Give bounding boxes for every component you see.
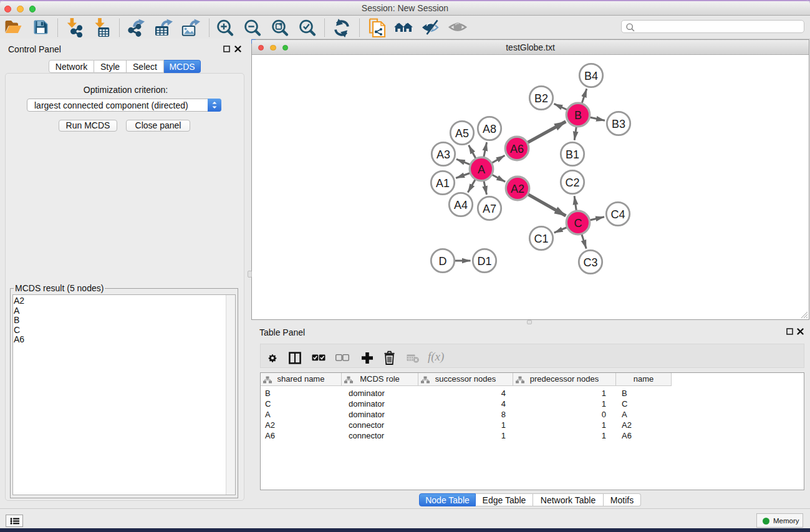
svg-text:D: D — [439, 255, 447, 268]
svg-text:C1: C1 — [534, 233, 548, 245]
svg-text:B: B — [574, 109, 582, 122]
svg-text:C3: C3 — [583, 256, 597, 269]
svg-text:C4: C4 — [610, 208, 625, 221]
svg-text:C: C — [574, 217, 582, 230]
svg-text:B4: B4 — [584, 70, 598, 82]
svg-text:B3: B3 — [612, 118, 625, 130]
svg-text:A4: A4 — [454, 199, 468, 211]
svg-text:A3: A3 — [436, 148, 450, 161]
svg-text:A1: A1 — [436, 177, 450, 190]
svg-text:B1: B1 — [566, 148, 579, 161]
svg-text:A5: A5 — [455, 127, 469, 140]
svg-text:D1: D1 — [477, 255, 491, 268]
svg-text:A2: A2 — [511, 183, 524, 195]
svg-text:A6: A6 — [510, 143, 524, 155]
svg-text:C2: C2 — [565, 177, 579, 189]
svg-text:B2: B2 — [534, 92, 548, 105]
svg-text:A8: A8 — [483, 123, 496, 135]
svg-text:A7: A7 — [483, 203, 496, 215]
svg-text:A: A — [478, 163, 485, 176]
